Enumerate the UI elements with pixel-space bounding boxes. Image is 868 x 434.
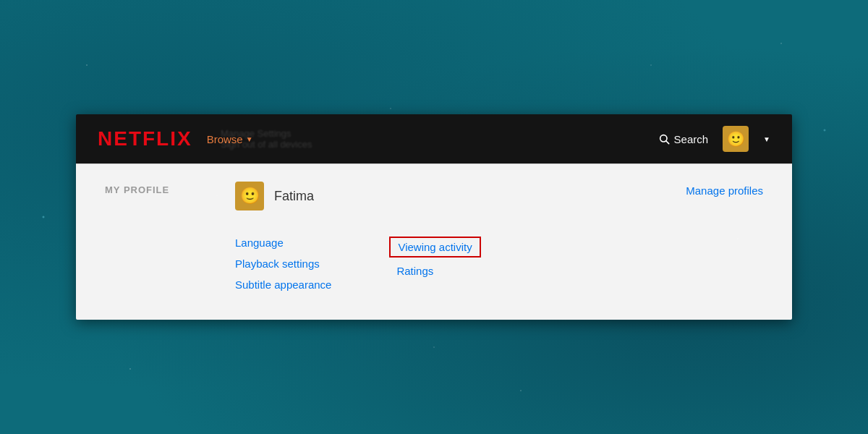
subtitle-appearance-link[interactable]: Subtitle appearance [235, 278, 331, 291]
browse-label[interactable]: Browse [207, 133, 243, 145]
links-area: Language Playback settings Subtitle appe… [235, 237, 763, 291]
netflix-logo: NETFLIX [98, 127, 192, 150]
profile-section: MY PROFILE 🙂 Fatima Manage profiles Lang… [76, 164, 792, 320]
browse-nav[interactable]: Browse ▼ [207, 133, 253, 145]
header: NETFLIX Browse ▼ Manage Settings Sign ou… [76, 114, 792, 163]
svg-line-1 [666, 141, 669, 144]
right-links: Viewing activity Ratings [389, 237, 480, 291]
search-icon [658, 133, 670, 145]
ratings-link[interactable]: Ratings [396, 265, 433, 277]
manage-profiles-link[interactable]: Manage profiles [686, 182, 763, 197]
profile-identity: 🙂 Fatima [235, 182, 314, 210]
playback-settings-link[interactable]: Playback settings [235, 258, 331, 270]
search-button[interactable]: Search [658, 133, 709, 145]
dropdown-body: MY PROFILE 🙂 Fatima Manage profiles Lang… [76, 163, 792, 320]
browse-chevron-icon: ▼ [246, 135, 253, 143]
account-chevron-icon[interactable]: ▼ [763, 135, 770, 143]
my-profile-label: MY PROFILE [105, 182, 235, 291]
viewing-activity-link[interactable]: Viewing activity [389, 237, 480, 258]
search-label: Search [674, 133, 709, 145]
profile-avatar: 🙂 [235, 182, 264, 210]
language-link[interactable]: Language [235, 237, 331, 249]
profile-content: 🙂 Fatima Manage profiles Language Playba… [235, 182, 763, 291]
header-right: Search 🙂 ▼ [658, 126, 770, 152]
netflix-card: NETFLIX Browse ▼ Manage Settings Sign ou… [76, 114, 792, 320]
profile-name: Fatima [274, 189, 314, 204]
profile-top-row: 🙂 Fatima Manage profiles [235, 182, 763, 224]
avatar[interactable]: 🙂 [723, 126, 749, 152]
left-links: Language Playback settings Subtitle appe… [235, 237, 331, 291]
